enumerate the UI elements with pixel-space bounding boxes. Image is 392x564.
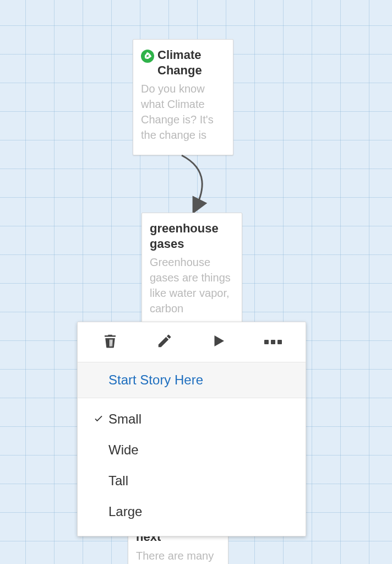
play-button[interactable] [208,331,230,353]
size-options: Small Wide Tall Large [78,398,306,536]
option-label: Large [108,504,142,519]
start-node-icon [141,48,154,64]
node-excerpt: There are many [136,548,220,563]
size-option-wide[interactable]: Wide [78,435,306,465]
more-button[interactable] [262,331,284,353]
delete-button[interactable] [99,331,121,353]
check-icon [89,414,108,425]
story-node[interactable]: Climate Change Do you know what Climate … [133,39,233,155]
trash-icon [102,333,118,351]
start-story-here-option[interactable]: Start Story Here [78,362,306,398]
pencil-icon [156,333,173,351]
option-label: Start Story Here [108,372,203,387]
size-option-large[interactable]: Large [78,496,306,527]
node-title-row: Climate Change [141,47,225,78]
play-icon [210,333,227,351]
option-label: Tall [108,473,128,489]
story-node[interactable]: greenhouse gases Greenhouse gases are th… [141,213,242,328]
option-label: Wide [108,442,139,458]
ellipsis-icon [264,340,282,344]
connection-arrow [165,153,231,214]
node-excerpt: Do you know what Climate Change is? It's… [141,81,225,143]
size-option-small[interactable]: Small [78,404,306,435]
node-excerpt: Greenhouse gases are things like water v… [150,254,234,316]
node-context-menu: Start Story Here Small Wide Tall Large [77,322,306,536]
node-title: Climate Change [157,47,225,78]
node-title: greenhouse gases [150,221,234,251]
story-canvas[interactable]: Climate Change Do you know what Climate … [0,0,392,564]
size-option-tall[interactable]: Tall [78,465,306,496]
option-label: Small [108,411,141,427]
node-title-row: greenhouse gases [150,221,234,251]
context-toolbar [78,322,306,362]
edit-button[interactable] [154,331,176,353]
